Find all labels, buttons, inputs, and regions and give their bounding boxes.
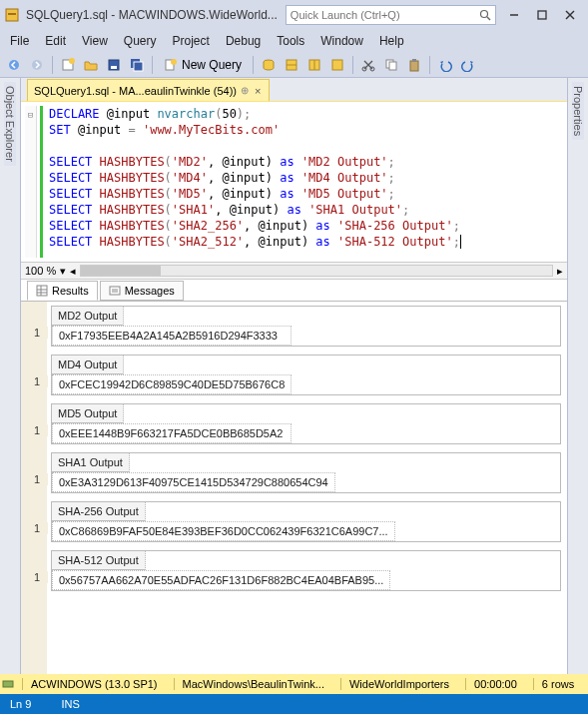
tab-messages-label: Messages <box>125 285 175 297</box>
svg-point-17 <box>171 59 177 65</box>
undo-icon[interactable] <box>435 55 455 75</box>
tab-messages[interactable]: Messages <box>100 281 184 301</box>
new-query-button[interactable]: New Query <box>158 55 248 75</box>
close-button[interactable] <box>556 4 584 26</box>
tab-results[interactable]: Results <box>27 281 98 301</box>
properties-label: Properties <box>572 82 584 140</box>
status-user: MacWindows\BeaulinTwink... <box>174 678 332 690</box>
open-file-icon[interactable] <box>81 55 101 75</box>
cut-icon[interactable] <box>358 55 378 75</box>
svg-point-8 <box>9 60 19 70</box>
dmx-icon[interactable] <box>304 55 324 75</box>
svg-rect-34 <box>110 287 120 295</box>
row-number[interactable]: 1 <box>26 522 48 534</box>
row-number[interactable]: 1 <box>26 473 48 485</box>
tab-close-icon[interactable]: × <box>253 85 263 97</box>
result-grid[interactable]: 1MD5 Output0xEEE1448B9F663217FA5DCE0BB68… <box>51 403 561 444</box>
result-cell[interactable]: 0xC86869B9FAF50E84E393BEF36D0CC062439F63… <box>52 521 395 541</box>
menu-edit[interactable]: Edit <box>37 32 74 50</box>
result-cell[interactable]: 0xEEE1448B9F663217FA5DCE0BB685D5A2 <box>52 423 292 443</box>
sql-editor[interactable]: ⊟ DECLARE @input nvarchar(50); SET @inpu… <box>21 102 567 262</box>
object-explorer-label: Object Explorer <box>4 82 16 166</box>
result-cell[interactable]: 0xE3A3129D613F40975CE1415D534729C880654C… <box>52 472 335 492</box>
code-area[interactable]: DECLARE @input nvarchar(50); SET @input … <box>40 106 565 258</box>
editor-tab[interactable]: SQLQuery1.sql - MA...eaulinTwinkle (54))… <box>27 79 270 101</box>
scroll-right-icon[interactable]: ▸ <box>557 265 563 278</box>
analysis-services-icon[interactable] <box>282 55 301 75</box>
result-grid[interactable]: 1SHA-256 Output0xC86869B9FAF50E84E393BEF… <box>51 501 561 542</box>
status-duration: 00:00:00 <box>465 678 525 690</box>
toolbar-divider <box>352 56 353 74</box>
properties-panel[interactable]: Properties <box>567 78 588 674</box>
paste-icon[interactable] <box>404 55 424 75</box>
save-icon[interactable] <box>104 55 124 75</box>
chevron-down-icon[interactable]: ▾ <box>60 265 66 278</box>
menu-bar: File Edit View Query Project Debug Tools… <box>0 30 588 52</box>
nav-forward-icon[interactable] <box>27 55 47 75</box>
nav-back-icon[interactable] <box>4 55 24 75</box>
search-icon[interactable] <box>479 9 491 21</box>
zoom-level[interactable]: 100 % <box>25 265 56 277</box>
status-bar-connection: ACWINDOWS (13.0 SP1) MacWindows\BeaulinT… <box>0 674 588 694</box>
scrollbar-thumb[interactable] <box>81 266 161 276</box>
menu-help[interactable]: Help <box>371 32 412 50</box>
toolbar-divider <box>52 56 53 74</box>
outline-collapse-icon[interactable]: ⊟ <box>28 108 33 122</box>
quick-launch-input[interactable] <box>291 9 479 21</box>
row-number[interactable]: 1 <box>26 375 48 387</box>
menu-window[interactable]: Window <box>312 32 371 50</box>
results-pane[interactable]: 1MD2 Output0xF17935EEB4A2A145A2B5916D294… <box>21 302 567 674</box>
toolbar-divider <box>429 56 430 74</box>
xmla-icon[interactable] <box>327 55 347 75</box>
toolbar-divider <box>152 56 153 74</box>
database-engine-query-icon[interactable] <box>259 55 279 75</box>
new-project-icon[interactable] <box>58 55 78 75</box>
svg-point-9 <box>32 60 42 70</box>
status-connection-icon <box>2 678 14 690</box>
svg-rect-29 <box>412 59 416 62</box>
row-number[interactable]: 1 <box>26 327 48 339</box>
new-query-icon <box>164 58 178 72</box>
result-grid[interactable]: 1SHA-512 Output0x56757AA662A70E55ADFAC26… <box>51 550 561 591</box>
menu-debug[interactable]: Debug <box>218 32 269 50</box>
status-bar-editor: Ln 9 INS <box>0 694 588 714</box>
row-number[interactable]: 1 <box>26 571 48 583</box>
svg-rect-37 <box>3 681 13 687</box>
scroll-left-icon[interactable]: ◂ <box>70 265 76 278</box>
save-all-icon[interactable] <box>127 55 147 75</box>
copy-icon[interactable] <box>381 55 401 75</box>
menu-view[interactable]: View <box>74 32 116 50</box>
results-grid-icon <box>36 285 48 297</box>
result-column-header[interactable]: MD4 Output <box>52 356 124 374</box>
menu-query[interactable]: Query <box>116 32 165 50</box>
workspace: Object Explorer SQLQuery1.sql - MA...eau… <box>0 78 588 674</box>
result-column-header[interactable]: MD5 Output <box>52 404 124 423</box>
object-explorer-panel[interactable]: Object Explorer <box>0 78 21 674</box>
quick-launch[interactable] <box>286 5 496 25</box>
result-column-header[interactable]: SHA-512 Output <box>52 551 146 570</box>
svg-rect-28 <box>410 61 418 71</box>
redo-icon[interactable] <box>458 55 478 75</box>
svg-rect-23 <box>332 60 342 70</box>
result-grid[interactable]: 1SHA1 Output0xE3A3129D613F40975CE1415D53… <box>51 452 561 493</box>
result-column-header[interactable]: MD2 Output <box>52 307 124 326</box>
result-cell[interactable]: 0xFCEC19942D6C89859C40DE5D75B676C8 <box>52 374 292 394</box>
horizontal-scrollbar[interactable] <box>80 265 553 277</box>
result-grid[interactable]: 1MD2 Output0xF17935EEB4A2A145A2B5916D294… <box>51 306 561 347</box>
menu-project[interactable]: Project <box>165 32 218 50</box>
result-cell[interactable]: 0xF17935EEB4A2A145A2B5916D294F3333 <box>52 326 292 346</box>
svg-point-11 <box>69 58 75 64</box>
svg-rect-1 <box>8 13 16 15</box>
menu-tools[interactable]: Tools <box>269 32 312 50</box>
maximize-button[interactable] <box>528 4 556 26</box>
result-column-header[interactable]: SHA1 Output <box>52 453 130 472</box>
row-number[interactable]: 1 <box>26 424 48 436</box>
result-cell[interactable]: 0x56757AA662A70E55ADFAC26F131D6F882BC4EA… <box>52 570 390 590</box>
svg-line-3 <box>487 17 490 20</box>
status-database: WideWorldImporters <box>340 678 457 690</box>
result-column-header[interactable]: SHA-256 Output <box>52 502 146 521</box>
menu-file[interactable]: File <box>2 32 37 50</box>
result-grid[interactable]: 1MD4 Output0xFCEC19942D6C89859C40DE5D75B… <box>51 355 561 395</box>
minimize-button[interactable] <box>500 4 528 26</box>
pin-icon[interactable]: ⊕ <box>241 85 249 96</box>
